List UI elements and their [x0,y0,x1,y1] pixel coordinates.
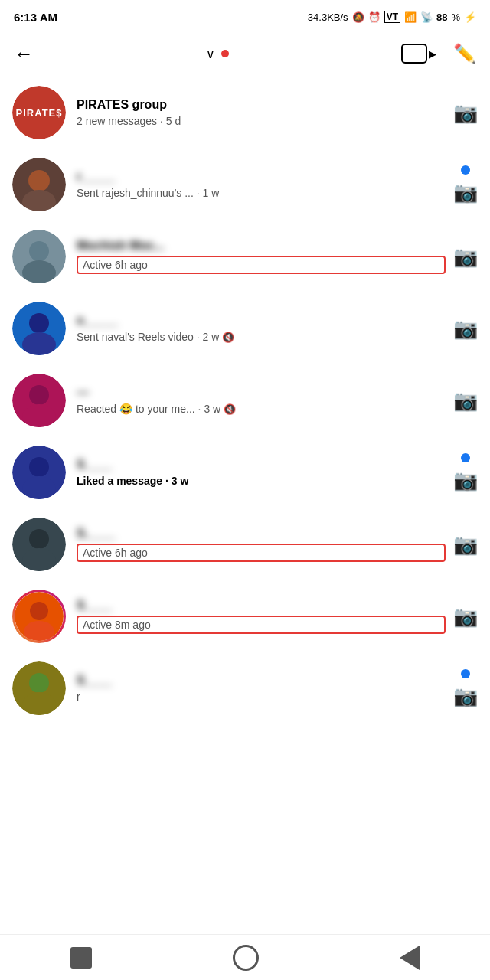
active-status: Active 8m ago [77,616,446,634]
conv-content: S____ Active 8m ago [77,599,446,634]
edit-icon[interactable]: ✏️ [453,43,476,64]
conv-content: S____ r [77,674,446,703]
nav-center: ∨ [206,47,229,61]
conv-right: 📷 [453,453,478,492]
wifi-icon: 📡 [420,11,433,23]
muted-icon: 🔇 [222,332,234,343]
svg-point-6 [29,313,49,333]
svg-point-9 [22,404,56,427]
svg-point-15 [24,621,54,641]
conv-preview: Sent naval's Reels video · 2 w 🔇 [77,331,446,343]
silent-icon: 🔕 [352,11,364,23]
conv-name: n_____ [77,314,446,328]
svg-point-11 [22,476,56,499]
avatar [12,662,66,715]
svg-point-0 [28,170,50,191]
svg-point-17 [22,692,56,715]
conv-preview: Reacted 😂 to your me... · 3 w 🔇 [77,403,446,415]
conv-name: PIRATES group [77,98,446,112]
camera-icon: 📷 [453,605,478,629]
conv-name: Mochish Moc... [77,239,446,253]
avatar [12,374,66,427]
conv-right: 📷 [453,317,478,341]
charging-icon: ⚡ [464,11,476,23]
signal-icon: 📶 [404,11,416,23]
list-item[interactable]: S____ r 📷 [0,652,490,776]
avatar [12,158,66,211]
list-item[interactable]: S____ Liked a message · 3 w 📷 [0,436,490,508]
conv-name: — [77,386,446,400]
conv-right: 📷 [453,669,478,708]
circle-icon [233,945,259,971]
svg-point-16 [29,673,49,693]
list-item[interactable]: — Reacted 😂 to your me... · 3 w 🔇 📷 [0,364,490,436]
bottom-nav [0,934,490,980]
camera-icon: 📷 [453,469,478,492]
svg-point-10 [29,457,49,477]
conv-name: S____ [77,458,446,472]
camera-icon: 📷 [453,533,478,557]
svg-point-14 [30,602,48,620]
muted-icon: 🔇 [224,403,236,415]
triangle-icon [400,946,420,970]
svg-point-1 [22,190,56,211]
unread-dot [461,453,470,462]
conv-right: 📷 [453,533,478,557]
svg-point-4 [22,260,56,283]
avatar [12,518,66,571]
list-item[interactable]: n_____ Sent naval's Reels video · 2 w 🔇 … [0,292,490,364]
recent-button[interactable] [400,946,420,970]
conv-content: — Reacted 😂 to your me... · 3 w 🔇 [77,386,446,415]
video-call-button[interactable] [401,44,427,64]
conv-right: 📷 [453,245,478,269]
back-arrow-icon[interactable]: ← [14,42,34,66]
list-item[interactable]: r_____ Sent rajesh_chinnuu's ... · 1 w 📷 [0,149,490,220]
conv-content: S____ Liked a message · 3 w [77,458,446,487]
unread-dot [461,165,470,175]
svg-point-3 [29,241,49,261]
conv-name: r_____ [77,170,446,184]
conv-right: 📷 [453,101,478,125]
battery-level: 88 [436,11,447,23]
active-status: Active 6h ago [77,544,446,562]
alarm-icon: ⏰ [368,11,381,23]
square-icon [70,947,92,969]
camera-icon: 📷 [453,317,478,341]
conversation-list: PIRATE$ PIRATES group 2 new messages · 5… [0,77,490,776]
avatar [12,590,66,643]
home-button[interactable] [233,945,259,971]
status-icons: 34.3KB/s 🔕 ⏰ VT 📶 📡 88 % ⚡ [308,11,476,23]
list-item[interactable]: Mochish Moc... Active 6h ago 📷 [0,220,490,292]
avatar [12,446,66,499]
camera-icon: 📷 [453,389,478,413]
status-bar: 6:13 AM 34.3KB/s 🔕 ⏰ VT 📶 📡 88 % ⚡ [0,0,490,31]
list-item[interactable]: S____ Active 8m ago 📷 [0,580,490,652]
svg-point-12 [29,529,49,549]
conv-right: 📷 [453,389,478,413]
chevron-down-icon: ∨ [206,47,215,61]
list-item[interactable]: S.____ Active 6h ago 📷 [0,508,490,580]
avatar [12,302,66,355]
list-item[interactable]: PIRATE$ PIRATES group 2 new messages · 5… [0,77,490,149]
active-status: Active 6h ago [77,256,446,274]
conv-content: r_____ Sent rajesh_chinnuu's ... · 1 w [77,170,446,199]
network-speed: 34.3KB/s [308,11,348,23]
avatar [12,230,66,283]
conv-content: n_____ Sent naval's Reels video · 2 w 🔇 [77,314,446,343]
conv-right: 📷 [453,165,478,204]
vt-icon: VT [384,11,400,23]
status-time: 6:13 AM [14,11,57,24]
nav-back[interactable]: ← [14,42,34,66]
conv-preview: Sent rajesh_chinnuu's ... · 1 w [77,187,446,199]
back-button[interactable] [70,947,92,969]
camera-icon: 📷 [453,101,478,125]
conv-preview: 2 new messages · 5 d [77,115,446,127]
conv-right: 📷 [453,605,478,629]
svg-point-7 [22,332,56,355]
conv-preview: r [77,691,446,703]
nav-right: ✏️ [401,43,476,64]
conv-content: PIRATES group 2 new messages · 5 d [77,98,446,127]
conv-content: S.____ Active 6h ago [77,527,446,562]
conv-name: S____ [77,674,446,688]
conv-name: S.____ [77,527,446,541]
